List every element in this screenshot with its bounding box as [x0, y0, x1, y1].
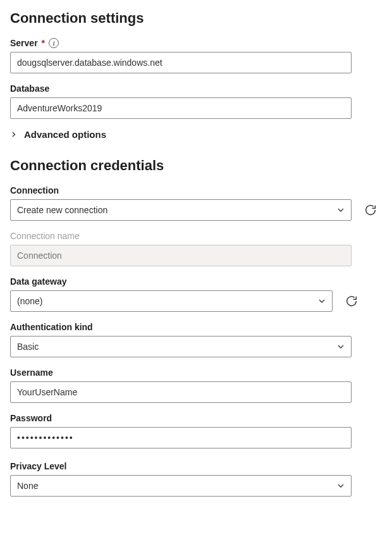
gateway-select[interactable]: [10, 290, 333, 312]
field-username: Username: [10, 368, 382, 403]
database-label: Database: [10, 83, 49, 94]
connection-label: Connection: [10, 185, 59, 195]
connection-name-label: Connection name: [10, 231, 80, 241]
refresh-icon: [364, 203, 377, 217]
database-input[interactable]: [10, 97, 352, 119]
section-title-settings: Connection settings: [10, 10, 382, 27]
server-label: Server: [10, 38, 38, 48]
username-label: Username: [10, 368, 53, 378]
section-title-credentials: Connection credentials: [10, 158, 382, 174]
gateway-label: Data gateway: [10, 276, 66, 287]
refresh-connection-button[interactable]: [363, 202, 378, 218]
field-connection-name: Connection name: [10, 231, 382, 266]
server-input[interactable]: [10, 52, 352, 73]
field-password: Password: [10, 413, 382, 448]
privacy-select[interactable]: [10, 475, 352, 497]
field-gateway: Data gateway: [10, 276, 382, 312]
advanced-options-label: Advanced options: [24, 129, 106, 140]
privacy-label: Privacy Level: [10, 461, 67, 471]
field-auth-kind: Authentication kind: [10, 322, 382, 357]
refresh-icon: [345, 294, 358, 308]
password-label: Password: [10, 413, 52, 423]
field-database: Database: [10, 83, 382, 119]
connection-name-input: [10, 245, 352, 266]
auth-kind-label: Authentication kind: [10, 322, 93, 332]
field-connection: Connection: [10, 185, 382, 221]
password-input[interactable]: [10, 427, 352, 448]
field-server: Server * i: [10, 38, 382, 73]
username-input[interactable]: [10, 381, 352, 403]
info-icon[interactable]: i: [49, 38, 59, 48]
required-marker: *: [42, 38, 45, 48]
auth-kind-select[interactable]: [10, 336, 352, 357]
chevron-right-icon: [9, 130, 19, 139]
refresh-gateway-button[interactable]: [344, 293, 359, 309]
connection-select[interactable]: [10, 199, 352, 221]
advanced-options-toggle[interactable]: Advanced options: [10, 129, 382, 140]
field-privacy: Privacy Level: [10, 461, 382, 497]
